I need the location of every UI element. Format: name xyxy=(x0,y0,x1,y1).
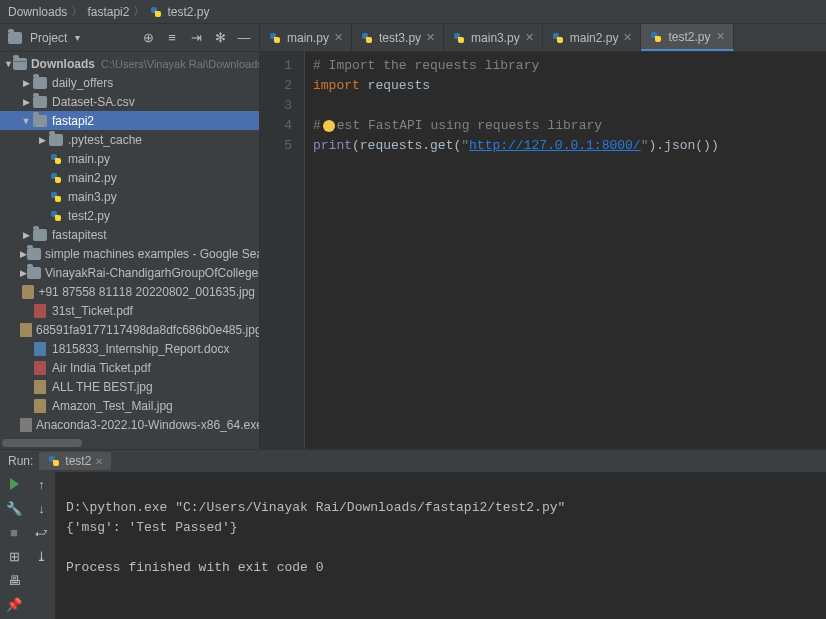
tree-file[interactable]: main2.py xyxy=(0,168,259,187)
tree-label: 31st_Ticket.pdf xyxy=(52,304,133,318)
line-number[interactable]: 3 xyxy=(264,96,292,116)
print-icon[interactable]: 🖶 xyxy=(6,572,22,588)
tree-folder[interactable]: ▶fastapitest xyxy=(0,225,259,244)
project-title[interactable]: Project xyxy=(30,31,67,45)
collapse-all-icon[interactable]: ⇥ xyxy=(189,31,203,45)
tree-file[interactable]: 1815833_Internship_Report.docx xyxy=(0,339,259,358)
tree-label: main.py xyxy=(68,152,110,166)
editor-tab[interactable]: main3.py✕ xyxy=(444,24,543,51)
close-icon[interactable]: ✕ xyxy=(525,31,534,44)
tree-item-icon xyxy=(48,190,64,204)
run-tab[interactable]: test2 ✕ xyxy=(39,452,111,470)
locate-icon[interactable]: ⊕ xyxy=(141,31,155,45)
editor-panel: main.py✕test3.py✕main3.py✕main2.py✕test2… xyxy=(260,24,826,449)
folder-icon xyxy=(27,248,41,260)
python-file-icon xyxy=(649,30,663,44)
layout-icon[interactable]: ⊞ xyxy=(6,548,22,564)
folder-icon xyxy=(13,58,27,70)
tree-root[interactable]: ▼ Downloads C:\Users\Vinayak Rai\Downloa… xyxy=(0,54,259,73)
tree-folder[interactable]: ▶Dataset-SA.csv xyxy=(0,92,259,111)
run-tab-label: test2 xyxy=(65,454,91,468)
tree-label: Dataset-SA.csv xyxy=(52,95,135,109)
code-url[interactable]: http://127.0.0.1:8000/ xyxy=(469,138,641,153)
stop-icon[interactable]: ■ xyxy=(6,524,22,540)
code-comment: est FastAPI using requests library xyxy=(337,118,602,133)
tree-folder[interactable]: ▶.pytest_cache xyxy=(0,130,259,149)
run-tool-window: Run: test2 ✕ 🔧 ■ ⊞ 🖶 📌 ↑ ↓ ⮐ ⤓ D:\python… xyxy=(0,449,826,619)
expand-all-icon[interactable]: ≡ xyxy=(165,31,179,45)
editor-tab[interactable]: test3.py✕ xyxy=(352,24,444,51)
tree-file[interactable]: 68591fa9177117498da8dfc686b0e485.jpg xyxy=(0,320,259,339)
python-file-icon xyxy=(360,31,374,45)
up-icon[interactable]: ↑ xyxy=(34,476,50,492)
line-number[interactable]: 2 xyxy=(264,76,292,96)
tree-file[interactable]: Air India Ticket.pdf xyxy=(0,358,259,377)
line-number[interactable]: 5 xyxy=(264,136,292,156)
editor-tab[interactable]: main.py✕ xyxy=(260,24,352,51)
chevron-down-icon[interactable]: ▼ xyxy=(4,59,13,69)
run-title: Run: xyxy=(8,454,33,468)
console-line: Process finished with exit code 0 xyxy=(66,560,323,575)
breadcrumb: Downloads 〉 fastapi2 〉 test2.py xyxy=(0,0,826,24)
run-sidebar-left: 🔧 ■ ⊞ 🖶 📌 xyxy=(0,472,28,619)
tree-file[interactable]: test2.py xyxy=(0,206,259,225)
editor-tab[interactable]: test2.py✕ xyxy=(641,24,733,51)
tree-folder[interactable]: ▶daily_offers xyxy=(0,73,259,92)
chevron-right-icon[interactable]: ▶ xyxy=(36,135,48,145)
line-number[interactable]: 1 xyxy=(264,56,292,76)
scroll-to-end-icon[interactable]: ⤓ xyxy=(34,548,50,564)
settings-icon[interactable]: ✻ xyxy=(213,31,227,45)
console-line: D:\python.exe "C:/Users/Vinayak Rai/Down… xyxy=(66,500,565,515)
down-icon[interactable]: ↓ xyxy=(34,500,50,516)
close-icon[interactable]: ✕ xyxy=(334,31,343,44)
breadcrumb-item[interactable]: fastapi2 xyxy=(87,5,129,19)
close-icon[interactable]: ✕ xyxy=(426,31,435,44)
code-area[interactable]: # Import the requests library import req… xyxy=(305,52,826,449)
chevron-right-icon[interactable]: ▶ xyxy=(20,230,32,240)
editor-tab[interactable]: main2.py✕ xyxy=(543,24,642,51)
close-icon[interactable]: ✕ xyxy=(623,31,632,44)
wrench-icon[interactable]: 🔧 xyxy=(6,500,22,516)
tree-file[interactable]: Amazon_Test_Mail.jpg xyxy=(0,396,259,415)
run-console[interactable]: D:\python.exe "C:/Users/Vinayak Rai/Down… xyxy=(56,472,826,619)
dropdown-icon[interactable]: ▾ xyxy=(75,32,80,43)
tree-item-icon xyxy=(32,77,48,89)
code-comment: # xyxy=(313,118,321,133)
intention-bulb-icon[interactable] xyxy=(323,120,335,132)
tree-item-icon xyxy=(27,267,41,279)
tree-file[interactable]: Anaconda3-2022.10-Windows-x86_64.exe xyxy=(0,415,259,434)
pin-icon[interactable]: 📌 xyxy=(6,596,22,612)
console-line: {'msg': 'Test Passed'} xyxy=(66,520,238,535)
tree-label: Air India Ticket.pdf xyxy=(52,361,151,375)
tree-label: .pytest_cache xyxy=(68,133,142,147)
folder-icon xyxy=(49,134,63,146)
close-icon[interactable]: ✕ xyxy=(95,456,103,467)
tree-label: VinayakRai-ChandigarhGroupOfColleges xyxy=(45,266,259,280)
tree-label: fastapitest xyxy=(52,228,107,242)
breadcrumb-item[interactable]: test2.py xyxy=(167,5,209,19)
tree-folder[interactable]: ▶VinayakRai-ChandigarhGroupOfColleges xyxy=(0,263,259,282)
tree-file[interactable]: main.py xyxy=(0,149,259,168)
editor-tabs: main.py✕test3.py✕main3.py✕main2.py✕test2… xyxy=(260,24,826,52)
tree-file[interactable]: 31st_Ticket.pdf xyxy=(0,301,259,320)
line-number[interactable]: 4 xyxy=(264,116,292,136)
project-tree[interactable]: ▼ Downloads C:\Users\Vinayak Rai\Downloa… xyxy=(0,52,259,437)
hide-icon[interactable]: — xyxy=(237,31,251,45)
chevron-right-icon[interactable]: ▶ xyxy=(20,78,32,88)
tree-file[interactable]: +91 87558 81118 20220802_001635.jpg xyxy=(0,282,259,301)
chevron-right-icon[interactable]: ▶ xyxy=(20,249,27,259)
tree-folder[interactable]: ▼fastapi2 xyxy=(0,111,259,130)
breadcrumb-item[interactable]: Downloads xyxy=(8,5,67,19)
close-icon[interactable]: ✕ xyxy=(716,30,725,43)
chevron-down-icon[interactable]: ▼ xyxy=(20,116,32,126)
editor-body[interactable]: 12345 # Import the requests library impo… xyxy=(260,52,826,449)
rerun-icon[interactable] xyxy=(6,476,22,492)
tree-file[interactable]: main3.py xyxy=(0,187,259,206)
tree-folder[interactable]: ▶simple machines examples - Google Searc… xyxy=(0,244,259,263)
tree-file[interactable]: ALL THE BEST.jpg xyxy=(0,377,259,396)
soft-wrap-icon[interactable]: ⮐ xyxy=(34,524,50,540)
chevron-right-icon[interactable]: ▶ xyxy=(20,97,32,107)
scrollbar-thumb[interactable] xyxy=(2,439,82,447)
chevron-right-icon[interactable]: ▶ xyxy=(20,268,27,278)
horizontal-scrollbar[interactable] xyxy=(0,437,259,449)
